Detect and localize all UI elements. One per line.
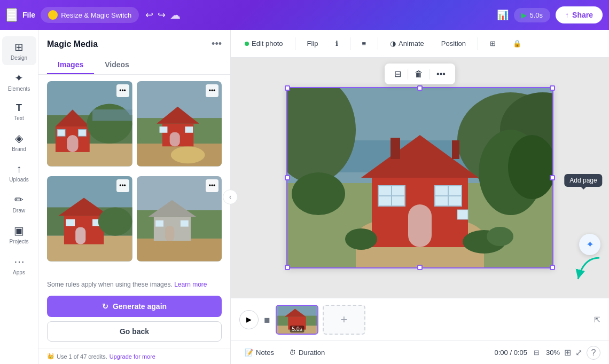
svg-point-27 (98, 207, 132, 235)
ai-sparkle-icon: ✦ (586, 239, 594, 250)
svg-rect-46 (391, 138, 400, 159)
svg-rect-55 (457, 210, 468, 219)
image-card-2-menu[interactable]: ••• (206, 84, 218, 97)
image-card-1-menu[interactable]: ••• (116, 84, 129, 97)
grid-button[interactable]: ⊞ (564, 347, 571, 358)
image-card-4[interactable]: ••• (137, 176, 222, 262)
sidebar-label-apps: Apps (13, 270, 25, 275)
undo-button[interactable]: ↩ (145, 9, 153, 21)
image-card-4-menu[interactable]: ••• (206, 179, 218, 192)
credits-bar: 👑 Use 1 of 47 credits. Upgrade for more (38, 348, 230, 364)
share-button[interactable]: ↑ Share (556, 6, 603, 23)
menu-icon[interactable]: ☰ (6, 8, 17, 22)
info-button[interactable]: ℹ (330, 36, 343, 51)
resize-magic-switch-button[interactable]: Resize & Magic Switch (41, 7, 139, 23)
sidebar-item-text[interactable]: T Text (2, 98, 36, 125)
svg-rect-17 (159, 126, 167, 133)
image-card-3-menu[interactable]: ••• (116, 179, 129, 192)
tab-images[interactable]: Images (47, 56, 94, 74)
toolbar-sep-1 (295, 37, 295, 50)
brand-icon: ◈ (15, 132, 23, 145)
refresh-icon: ↻ (102, 302, 108, 311)
sidebar-label-uploads: Uploads (9, 177, 29, 183)
image-card-1[interactable]: ••• (47, 81, 132, 167)
bottombar: 📝 Notes ⏱ Duration 0:00 / 0:05 ⊟ 30% ⊞ ⤢… (231, 341, 609, 364)
fullscreen-button[interactable]: ⤢ (575, 347, 582, 358)
sidebar-label-draw: Draw (13, 208, 25, 213)
sidebar-item-brand[interactable]: ◈ Brand (2, 128, 36, 156)
play-button[interactable]: ▶ (239, 310, 259, 329)
svg-rect-5 (67, 135, 78, 152)
sidebar-item-elements[interactable]: ✦ Elements (2, 67, 36, 96)
sidebar-label-projects: Projects (9, 239, 28, 244)
svg-rect-16 (169, 132, 179, 147)
image-card-3[interactable]: ••• (47, 176, 132, 262)
canvas-wrapper: ⊟ 🗑 ••• ↻ ⌗ ✦ Add page (231, 58, 609, 298)
time-display: 0:00 / 0:05 (495, 349, 527, 357)
sidebar-item-projects[interactable]: ▣ Projects (2, 220, 36, 249)
svg-point-61 (292, 172, 345, 215)
panel-notice: Some rules apply when using these images… (47, 280, 222, 289)
tab-videos[interactable]: Videos (94, 56, 140, 74)
topbar-actions: ↩ ↪ ☁ (145, 9, 181, 21)
redo-button[interactable]: ↪ (158, 9, 166, 21)
crown-icon: 👑 (47, 353, 54, 360)
file-button[interactable]: File (22, 11, 35, 19)
analytics-button[interactable]: 📊 (497, 9, 509, 21)
sidebar-label-text: Text (14, 115, 24, 121)
sidebar-item-apps[interactable]: ⋯ Apps (2, 251, 36, 280)
upgrade-link[interactable]: Upgrade for more (110, 353, 155, 360)
notes-button[interactable]: 📝 Notes (239, 346, 279, 359)
add-frame-button[interactable]: + (323, 305, 365, 335)
main-content: ⊞ Design ✦ Elements T Text ◈ Brand ↑ Upl… (0, 30, 609, 364)
frame-thumb-1[interactable]: 5.0s (276, 305, 318, 335)
svg-rect-35 (180, 220, 188, 227)
toolbar-sep-4 (478, 37, 478, 50)
svg-rect-30 (137, 239, 222, 262)
go-back-button[interactable]: Go back (47, 321, 222, 342)
duration-icon: ⏱ (289, 349, 296, 357)
cloud-save-button[interactable]: ☁ (170, 9, 181, 21)
toolbar-sep-2 (350, 37, 350, 50)
replace-button[interactable]: ⊟ (390, 67, 405, 81)
sidebar-item-design[interactable]: ⊞ Design (2, 36, 36, 65)
hide-bar-button[interactable]: ◼ (264, 315, 270, 324)
ai-assistant-button[interactable]: ✦ (579, 234, 600, 255)
delete-button[interactable]: 🗑 (410, 67, 427, 81)
topbar-right: 📊 ▶ 5.0s ↑ Share (497, 6, 603, 23)
generate-again-button[interactable]: ↻ Generate again (47, 296, 222, 317)
expand-timeline-button[interactable]: ⇱ (594, 315, 600, 324)
menu-button[interactable]: ≡ (357, 36, 372, 51)
frame-1-label: 5.0s (290, 326, 304, 333)
learn-more-link[interactable]: Learn more (174, 281, 207, 288)
panel-collapse-button[interactable]: ‹ (223, 189, 238, 204)
canvas-area: Edit photo Flip ℹ ≡ ◑ Animate Position ⊞… (231, 30, 609, 364)
lock-button[interactable]: 🔒 (508, 36, 527, 51)
duration-button[interactable]: ⏱ Duration (284, 346, 330, 359)
animate-button[interactable]: ◑ Animate (385, 36, 430, 51)
sidebar-item-draw[interactable]: ✏ Draw (2, 189, 36, 218)
pattern-button[interactable]: ⊞ (485, 36, 501, 51)
help-button[interactable]: ? (587, 346, 600, 360)
canvas-page[interactable]: ⊟ 🗑 ••• (286, 87, 553, 268)
image-card-2[interactable]: ••• (137, 81, 222, 167)
page-controls: ⊟ (532, 346, 542, 359)
sidebar-item-uploads[interactable]: ↑ Uploads (2, 159, 36, 187)
position-button[interactable]: Position (436, 36, 471, 51)
panel-menu-button[interactable]: ••• (212, 38, 222, 50)
uploads-icon: ↑ (17, 163, 22, 175)
svg-point-56 (345, 228, 377, 250)
design-icon: ⊞ (14, 41, 24, 53)
more-options-button[interactable]: ••• (432, 67, 450, 81)
timer-button[interactable]: ▶ 5.0s (514, 8, 551, 22)
page-size-button[interactable]: ⊟ (532, 346, 542, 359)
flip-button[interactable]: Flip (302, 36, 324, 51)
svg-rect-34 (155, 220, 163, 227)
edit-photo-button[interactable]: Edit photo (239, 36, 288, 51)
magic-media-panel: Magic Media ••• Images Videos (38, 30, 231, 364)
draw-icon: ✏ (14, 193, 24, 206)
add-page-tooltip: Add page (564, 174, 602, 187)
sidebar: ⊞ Design ✦ Elements T Text ◈ Brand ↑ Upl… (0, 30, 38, 364)
resize-badge-icon (48, 10, 58, 20)
float-sep-2 (430, 69, 430, 80)
